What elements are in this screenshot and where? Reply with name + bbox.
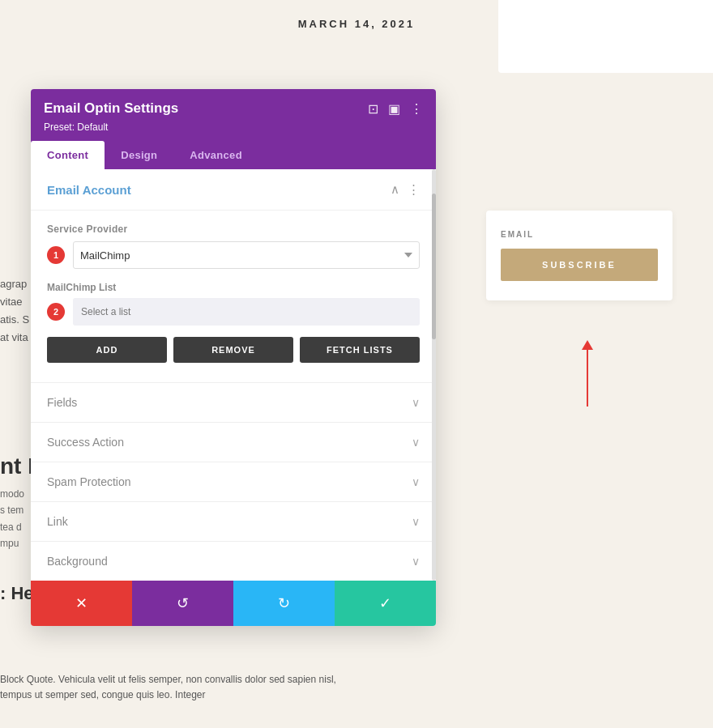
section-success-action-label: Success Action (47, 436, 124, 449)
section-collapse-icon[interactable]: ∧ (391, 182, 399, 197)
list-input[interactable] (73, 298, 420, 326)
scroll-thumb[interactable] (432, 194, 436, 339)
subscribe-card: EMAIL SUBSCRIBE (486, 211, 672, 300)
modal-body: Email Account ∧ ⋮ Service Provider 1 Mai… (31, 169, 436, 581)
save-icon: ✓ (379, 594, 391, 612)
section-header-icons: ∧ ⋮ (391, 182, 420, 197)
section-link[interactable]: Link ∨ (31, 501, 436, 541)
fetch-lists-button[interactable]: FETCH LISTS (300, 337, 420, 363)
red-arrow (582, 340, 593, 407)
modal-header: Email Optin Settings ⊡ ▣ ⋮ Preset: Defau… (31, 89, 436, 141)
section-spam-protection[interactable]: Spam Protection ∨ (31, 462, 436, 501)
undo-button[interactable]: ↺ (132, 581, 233, 626)
expand-icon[interactable]: ⊡ (368, 101, 378, 117)
badge-1: 1 (47, 246, 65, 264)
section-success-action[interactable]: Success Action ∨ (31, 422, 436, 462)
chevron-fields: ∨ (412, 396, 420, 409)
modal-header-icons: ⊡ ▣ ⋮ (368, 101, 423, 117)
email-label: EMAIL (501, 230, 658, 239)
cancel-button[interactable]: ✕ (31, 581, 132, 626)
redo-button[interactable]: ↻ (233, 581, 335, 626)
section-fields-label: Fields (47, 396, 77, 409)
split-icon[interactable]: ▣ (388, 101, 400, 117)
chevron-background: ∨ (412, 555, 420, 568)
section-fields[interactable]: Fields ∨ (31, 382, 436, 422)
chevron-success-action: ∨ (412, 436, 420, 449)
service-provider-label: Service Provider (47, 224, 420, 235)
redo-icon: ↻ (278, 594, 290, 612)
subscribe-button[interactable]: SUBSCRIBE (501, 249, 658, 281)
add-button[interactable]: ADD (47, 337, 167, 363)
section-more-icon[interactable]: ⋮ (408, 182, 420, 197)
list-select-row: 2 (47, 298, 420, 326)
modal-title: Email Optin Settings (44, 100, 178, 117)
service-provider-row: 1 MailChimp ActiveCampaign ConvertKit Dr… (47, 241, 420, 269)
section-title-email-account: Email Account (47, 183, 131, 197)
tab-content[interactable]: Content (31, 141, 105, 169)
cancel-icon: ✕ (75, 594, 88, 612)
badge-2: 2 (47, 303, 65, 321)
tab-design[interactable]: Design (105, 141, 173, 169)
action-buttons: ADD REMOVE FETCH LISTS (47, 337, 420, 363)
bottom-text: Block Quote. Vehicula velit ut felis sem… (0, 672, 365, 703)
arrow-head (582, 340, 593, 350)
tab-advanced[interactable]: Advanced (173, 141, 258, 169)
section-email-account-header: Email Account ∧ ⋮ (31, 169, 436, 211)
mailchimp-list-label: MailChimp List (47, 282, 420, 293)
chevron-spam-protection: ∨ (412, 475, 420, 488)
remove-button[interactable]: REMOVE (173, 337, 293, 363)
modal-tabs: Content Design Advanced (31, 141, 436, 169)
section-background[interactable]: Background ∨ (31, 541, 436, 581)
preset-value[interactable]: Default (77, 121, 108, 133)
scroll-track (432, 169, 436, 581)
section-spam-protection-label: Spam Protection (47, 475, 131, 488)
arrow-line (587, 350, 588, 407)
section-link-label: Link (47, 515, 68, 528)
modal-header-top: Email Optin Settings ⊡ ▣ ⋮ (44, 100, 423, 117)
service-provider-select[interactable]: MailChimp ActiveCampaign ConvertKit Drip (73, 241, 420, 269)
modal-panel: Email Optin Settings ⊡ ▣ ⋮ Preset: Defau… (31, 89, 436, 626)
modal-footer: ✕ ↺ ↻ ✓ (31, 581, 436, 626)
modal-preset: Preset: Default (44, 121, 423, 133)
section-background-label: Background (47, 555, 108, 568)
more-icon[interactable]: ⋮ (410, 101, 423, 117)
form-content: Service Provider 1 MailChimp ActiveCampa… (31, 211, 436, 382)
chevron-link: ∨ (412, 515, 420, 528)
undo-icon: ↺ (177, 594, 189, 612)
card-top-right (498, 0, 713, 73)
save-button[interactable]: ✓ (335, 581, 436, 626)
